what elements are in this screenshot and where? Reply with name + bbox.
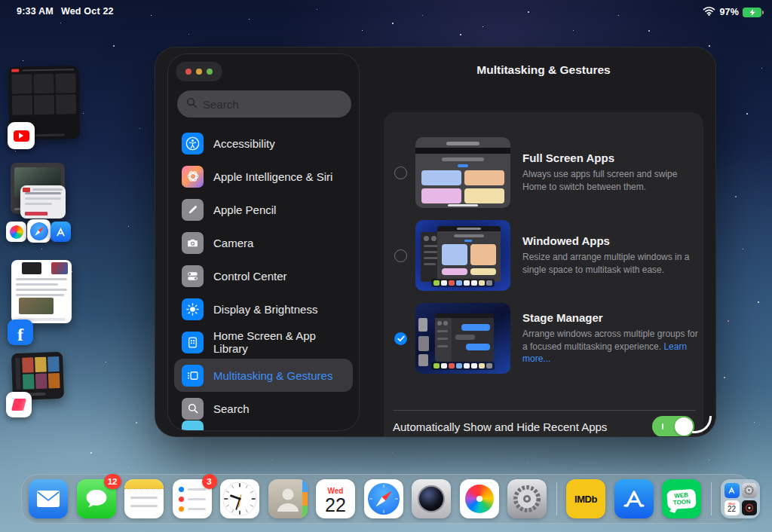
messages-badge: 12 (104, 474, 121, 489)
webtoon-label: WEB TOON (669, 492, 693, 506)
imdb-icon[interactable]: IMDb (566, 479, 605, 518)
window-controls[interactable] (176, 62, 222, 81)
settings-icon[interactable] (507, 479, 547, 518)
sidebar-item-accessibility[interactable]: Accessibility (174, 127, 353, 160)
mini-dark-app-icon (742, 500, 757, 515)
starfield-large (0, 0, 2, 2)
option-stage-manager[interactable]: Stage Manager Arrange windows across mul… (384, 297, 703, 380)
search-icon (186, 97, 198, 112)
option-full-screen-apps[interactable]: Full Screen Apps Always use apps full sc… (384, 131, 703, 214)
reminders-icon[interactable]: 3 (173, 479, 212, 518)
webtoon-icon[interactable]: WEB TOON (662, 479, 701, 518)
clock-icon[interactable] (220, 479, 259, 518)
option-title: Windowed Apps (522, 234, 703, 247)
settings-sidebar: Accessibility Apple Intelligence & Siri … (167, 54, 360, 431)
imdb-label: IMDb (574, 494, 597, 505)
apple-pencil-icon (182, 199, 204, 221)
auto-hide-recent-apps-row: Automatically Show and Hide Recent Apps (393, 415, 694, 437)
search-input[interactable] (203, 98, 353, 111)
windowed-apps-thumbnail (415, 220, 510, 291)
divider (393, 410, 696, 411)
dock: 12 3 Wed 2 (21, 474, 751, 524)
sidebar-item-label: Multitasking & Gestures (213, 369, 332, 382)
sidebar-item-label: Control Center (213, 270, 287, 283)
safari-icon[interactable] (27, 219, 51, 243)
search-settings-icon (182, 398, 204, 420)
news-icon[interactable] (6, 392, 32, 417)
app-store-icon[interactable] (51, 222, 71, 242)
contacts-icon[interactable] (268, 479, 308, 518)
accessibility-icon (182, 133, 204, 154)
zoom-window-icon[interactable] (207, 69, 213, 75)
display-brightness-icon (182, 298, 204, 320)
home-screen-icon (182, 332, 204, 353)
dock-divider (711, 482, 712, 515)
camera-settings-icon (182, 232, 204, 254)
sidebar-list: Accessibility Apple Intelligence & Siri … (174, 127, 353, 425)
mail-icon[interactable] (29, 479, 68, 518)
control-center-icon (182, 265, 204, 287)
facebook-window-thumbnail[interactable] (11, 260, 72, 323)
auto-hide-recent-apps-toggle[interactable] (652, 416, 694, 437)
sidebar-item-label: Camera (213, 237, 253, 249)
sidebar-item-label: Search (213, 402, 250, 415)
app-store-icon[interactable] (614, 479, 654, 518)
option-title: Stage Manager (522, 311, 703, 324)
radio-windowed-apps[interactable] (394, 249, 407, 262)
sidebar-item-partial-icon[interactable] (182, 420, 204, 431)
toggle-label: Automatically Show and Hide Recent Apps (393, 420, 607, 433)
photos-icon[interactable] (6, 222, 26, 242)
sidebar-item-label: Home Screen & App Library (213, 329, 345, 355)
wifi-icon (703, 6, 715, 18)
sidebar-item-apple-pencil[interactable]: Apple Pencil (174, 193, 353, 226)
sidebar-item-label: Apple Intelligence & Siri (213, 170, 332, 183)
status-bar: 9:33 AMWed Oct 22 97% (0, 5, 772, 20)
minimize-window-icon[interactable] (196, 69, 202, 75)
window-resize-handle[interactable] (692, 416, 712, 433)
battery-percent: 97% (719, 7, 739, 17)
radio-stage-manager-selected[interactable] (394, 332, 407, 345)
sidebar-item-multitasking-gestures[interactable]: Multitasking & Gestures (174, 359, 353, 392)
dictation-mic-icon[interactable] (358, 96, 360, 112)
settings-window: Multitasking & Gestures Accessibility Ap… (155, 47, 716, 437)
sidebar-item-apple-intelligence-siri[interactable]: Apple Intelligence & Siri (174, 160, 353, 193)
mini-app-store-icon (725, 483, 740, 498)
radio-full-screen-apps[interactable] (394, 167, 407, 179)
sidebar-item-label: Accessibility (213, 137, 275, 150)
stage-manager-thumbnail (415, 303, 510, 374)
option-description: Resize and arrange multiple windows in a… (522, 251, 703, 277)
sidebar-item-camera[interactable]: Camera (174, 226, 353, 259)
apple-intelligence-icon (182, 166, 204, 188)
reminders-badge: 3 (202, 474, 217, 489)
clock-time: 9:33 AM (17, 6, 54, 17)
option-description: Always use apps full screen and swipe Ho… (522, 168, 703, 194)
option-description: Arrange windows across multiple groups f… (522, 328, 703, 365)
calendar-date: 22 (325, 495, 346, 515)
camera-icon[interactable] (412, 479, 451, 518)
clock-date: Wed Oct 22 (61, 6, 114, 17)
notes-icon[interactable] (124, 479, 164, 518)
multitasking-icon (182, 365, 204, 387)
youtube-icon[interactable] (8, 122, 35, 149)
safari-window-thumbnail[interactable] (20, 185, 66, 219)
sidebar-search-field[interactable] (177, 90, 351, 118)
option-windowed-apps[interactable]: Windowed Apps Resize and arrange multipl… (384, 214, 703, 297)
multitasking-options-card: Full Screen Apps Always use apps full sc… (384, 112, 703, 436)
recent-apps-folder[interactable]: Wed22 (721, 479, 760, 518)
safari-icon[interactable] (364, 479, 403, 518)
battery-charging-icon (743, 8, 761, 17)
sidebar-item-display-brightness[interactable]: Display & Brightness (174, 292, 353, 326)
photos-icon[interactable] (460, 479, 499, 518)
mini-settings-icon (742, 483, 757, 498)
sidebar-item-search[interactable]: Search (174, 392, 353, 425)
facebook-icon[interactable]: f (8, 320, 33, 345)
calendar-icon[interactable]: Wed 22 (316, 479, 355, 518)
sidebar-item-label: Apple Pencil (213, 203, 276, 216)
sidebar-item-control-center[interactable]: Control Center (174, 259, 353, 292)
full-screen-apps-thumbnail (415, 137, 510, 208)
close-window-icon[interactable] (185, 69, 191, 75)
dock-divider (556, 482, 557, 515)
sidebar-item-home-screen-app-library[interactable]: Home Screen & App Library (174, 326, 353, 359)
mini-calendar-icon: Wed22 (725, 500, 740, 515)
messages-icon[interactable]: 12 (77, 479, 116, 518)
